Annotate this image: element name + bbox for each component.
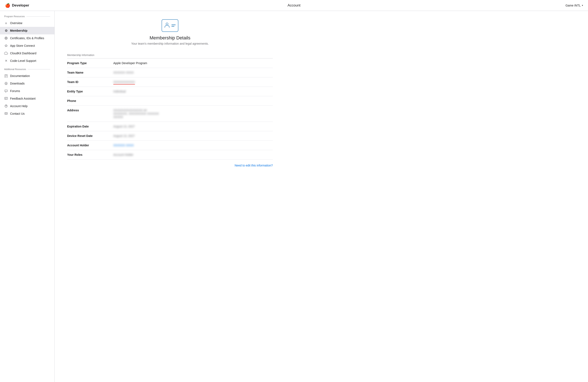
svg-point-0: [5, 37, 7, 39]
field-label-phone: Phone: [67, 96, 113, 106]
overview-icon: ≡: [4, 21, 8, 25]
membership-lines-icon: [171, 24, 176, 27]
feedback-icon: [4, 97, 8, 100]
sidebar-label-feedback: Feedback Assistant: [10, 97, 36, 100]
sidebar-item-accounthelp[interactable]: Account Help: [0, 102, 54, 110]
field-label-expiration-date: Expiration Date: [67, 122, 113, 131]
field-label-program-type: Program Type: [67, 58, 113, 68]
main-content: Membership Details Your team's membershi…: [55, 11, 588, 382]
account-holder-blurred: XXXXXX XXXX: [113, 144, 134, 147]
appstoreconnect-icon: [4, 44, 8, 48]
field-label-your-roles: Your Roles: [67, 150, 113, 160]
header-left: 🍎 Developer: [5, 3, 29, 8]
header: 🍎 Developer Account Game INTL ▾: [0, 0, 588, 11]
membership-page-header: Membership Details Your team's membershi…: [67, 19, 273, 45]
sidebar-item-downloads[interactable]: Downloads: [0, 80, 54, 87]
field-value-entity-type: Individual: [113, 87, 273, 96]
sidebar-item-cloudkit[interactable]: CloudKit Dashboard: [0, 50, 54, 57]
person-icon: [164, 22, 170, 29]
layout: Program Resources ≡ Overview ⊙ Membershi…: [0, 11, 588, 382]
sidebar-item-documentation[interactable]: Documentation: [0, 72, 54, 80]
membership-page-title: Membership Details: [150, 35, 190, 41]
membership-icon-box: [162, 19, 178, 32]
table-row: Entity Type Individual: [67, 87, 273, 96]
field-value-your-roles: Account Holder: [113, 150, 273, 160]
accounthelp-icon: [4, 104, 8, 108]
sidebar: Program Resources ≡ Overview ⊙ Membershi…: [0, 11, 55, 382]
field-value-program-type: Apple Developer Program: [113, 58, 273, 68]
section-title: Membership Information: [67, 54, 273, 58]
address-blurred: XXXXXXXXXXXXXXX ##XXXXXXX, XXXXXXXXX XXX…: [113, 109, 159, 119]
sidebar-item-appstoreconnect[interactable]: App Store Connect: [0, 42, 54, 50]
contactus-icon: [4, 112, 8, 115]
table-row: Phone: [67, 96, 273, 106]
sidebar-label-forums: Forums: [10, 89, 20, 93]
your-roles-blurred: Account Holder: [113, 153, 133, 156]
entity-type-blurred: Individual: [113, 90, 126, 93]
sidebar-item-certificates[interactable]: Certificates, IDs & Profiles: [0, 34, 54, 42]
field-value-account-holder: XXXXXX XXXX: [113, 141, 273, 150]
sidebar-label-cloudkit: CloudKit Dashboard: [10, 52, 36, 55]
table-row: Address XXXXXXXXXXXXXXX ##XXXXXXX, XXXXX…: [67, 106, 273, 122]
sidebar-label-documentation: Documentation: [10, 74, 30, 77]
certificates-icon: [4, 36, 8, 40]
documentation-icon: [4, 74, 8, 78]
sidebar-label-overview: Overview: [10, 21, 22, 25]
field-label-team-id: Team ID: [67, 77, 113, 87]
sidebar-item-overview[interactable]: ≡ Overview: [0, 19, 54, 27]
membership-info-table: Program Type Apple Developer Program Tea…: [67, 58, 273, 160]
table-row: Program Type Apple Developer Program: [67, 58, 273, 68]
team-id-wrapper: XXXXXXXXXXX: [113, 80, 135, 84]
team-id-underline: [113, 84, 135, 84]
sidebar-label-membership: Membership: [10, 29, 27, 32]
edit-info-link[interactable]: Need to edit this information?: [235, 164, 273, 167]
table-row: Your Roles Account Holder: [67, 150, 273, 160]
icon-line-2: [171, 26, 174, 27]
team-id-blurred: XXXXXXXXXXX: [113, 80, 135, 84]
sidebar-label-contactus: Contact Us: [10, 112, 24, 115]
user-menu[interactable]: Game INTL ▾: [566, 4, 583, 7]
field-label-device-reset-date: Device Reset Date: [67, 131, 113, 141]
sidebar-label-accounthelp: Account Help: [10, 104, 27, 108]
apple-logo-icon: 🍎: [5, 3, 10, 8]
sidebar-label-downloads: Downloads: [10, 82, 24, 85]
svg-point-12: [166, 23, 168, 25]
field-label-team-name: Team Name: [67, 68, 113, 77]
codesupport-icon: ✕: [4, 59, 8, 63]
field-label-account-holder: Account Holder: [67, 141, 113, 150]
membership-page-subtitle: Your team's membership information and l…: [131, 42, 209, 45]
content-area: Membership Details Your team's membershi…: [55, 11, 285, 180]
field-label-address: Address: [67, 106, 113, 122]
field-value-phone: [113, 96, 273, 106]
user-name: Game INTL: [566, 4, 581, 7]
sidebar-item-forums[interactable]: Forums: [0, 87, 54, 95]
field-value-address: XXXXXXXXXXXXXXX ##XXXXXXX, XXXXXXXXX XXX…: [113, 106, 273, 122]
device-reset-date-blurred: August 13, 2027: [113, 134, 135, 137]
svg-rect-7: [5, 97, 8, 99]
field-value-team-name: XXXXXX XXXX: [113, 68, 273, 77]
edit-link-area: Need to edit this information?: [67, 160, 273, 171]
table-row: Team ID XXXXXXXXXXX: [67, 77, 273, 87]
sidebar-item-membership[interactable]: ⊙ Membership: [0, 27, 54, 34]
header-title: Account: [288, 3, 300, 8]
sidebar-item-contactus[interactable]: Contact Us: [0, 110, 54, 117]
sidebar-label-certificates: Certificates, IDs & Profiles: [10, 37, 44, 40]
table-row: Account Holder XXXXXX XXXX: [67, 141, 273, 150]
sidebar-item-codesupport[interactable]: ✕ Code-Level Support: [0, 57, 54, 65]
expiration-date-blurred: August 13, 2027: [113, 125, 135, 128]
chevron-down-icon: ▾: [582, 4, 583, 6]
icon-line-1: [171, 24, 176, 25]
forums-icon: [4, 89, 8, 93]
field-value-device-reset-date: August 13, 2027: [113, 131, 273, 141]
table-row: Device Reset Date August 13, 2027: [67, 131, 273, 141]
sidebar-section-program-resources: Program Resources: [0, 15, 54, 19]
field-value-team-id: XXXXXXXXXXX: [113, 77, 273, 87]
sidebar-item-feedback[interactable]: Feedback Assistant: [0, 95, 54, 102]
field-label-entity-type: Entity Type: [67, 87, 113, 96]
svg-point-11: [6, 107, 6, 107]
sidebar-section-additional: Additional Resources: [0, 68, 54, 72]
downloads-icon: [4, 82, 8, 85]
sidebar-label-appstoreconnect: App Store Connect: [10, 44, 35, 47]
header-brand: Developer: [12, 3, 29, 8]
sidebar-label-codesupport: Code-Level Support: [10, 59, 36, 62]
